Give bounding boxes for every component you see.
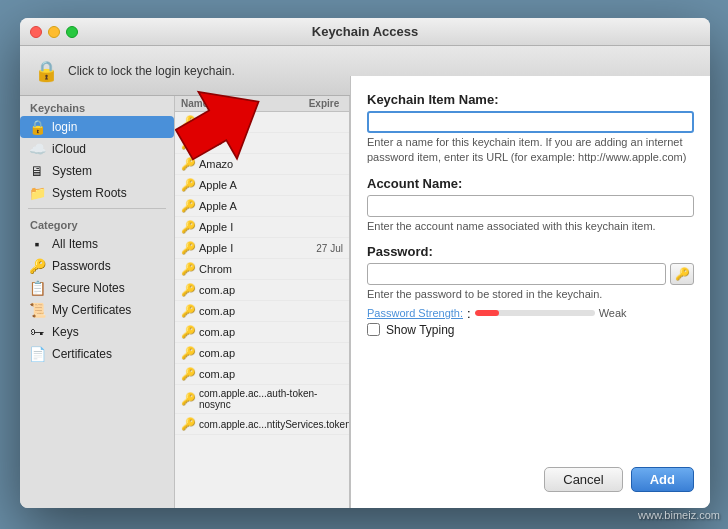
- item-name: Apple I: [199, 242, 233, 254]
- sidebar-item-certificates-label: My Certificates: [52, 303, 131, 317]
- cancel-button[interactable]: Cancel: [544, 467, 622, 492]
- login-icon: 🔒: [28, 119, 46, 135]
- sidebar-item-login-label: login: [52, 120, 77, 134]
- password-field-group: Password: 🔑 Enter the password to be sto…: [367, 244, 694, 336]
- sidebar-item-all-label: All Items: [52, 237, 98, 251]
- strength-bar: [475, 310, 595, 316]
- secure-notes-icon: 📋: [28, 280, 46, 296]
- keys-icon: 🗝: [28, 324, 46, 340]
- sidebar-item-icloud[interactable]: ☁️ iCloud: [20, 138, 174, 160]
- list-item[interactable]: 🔑 com.ap: [175, 364, 349, 385]
- list-item[interactable]: 🔑 com.apple.ac...auth-token-nosync: [175, 385, 349, 414]
- sidebar-item-system-roots[interactable]: 📁 System Roots: [20, 182, 174, 204]
- password-row: 🔑: [367, 263, 694, 285]
- sidebar-item-keys-label: Keys: [52, 325, 79, 339]
- item-name: Apple A: [199, 179, 237, 191]
- list-item[interactable]: 🔑 com.ap: [175, 280, 349, 301]
- list-item[interactable]: 🔑 Apple I: [175, 217, 349, 238]
- item-name: Chrom: [199, 263, 232, 275]
- lock-icon: 🔒: [32, 57, 60, 85]
- item-icon: 🔑: [181, 346, 195, 360]
- item-name: com.ap: [199, 326, 235, 338]
- sidebar-item-system[interactable]: 🖥 System: [20, 160, 174, 182]
- list-item[interactable]: 🔑 com.apple.ac...ntityServices.token.: [175, 414, 349, 435]
- item-icon: 🔑: [181, 262, 195, 276]
- sidebar-item-certs[interactable]: 📄 Certificates: [20, 343, 174, 365]
- sidebar-item-system-roots-label: System Roots: [52, 186, 127, 200]
- list-item[interactable]: 🔑 com.ap: [175, 322, 349, 343]
- sidebar-item-certificates[interactable]: 📜 My Certificates: [20, 299, 174, 321]
- item-icon: 🔑: [181, 199, 195, 213]
- sidebar-item-secure-notes[interactable]: 📋 Secure Notes: [20, 277, 174, 299]
- list-item[interactable]: 🔑 Apple A: [175, 196, 349, 217]
- name-input[interactable]: [367, 111, 694, 133]
- show-typing-checkbox[interactable]: [367, 323, 380, 336]
- name-field-group: Keychain Item Name: Enter a name for thi…: [367, 92, 694, 166]
- minimize-button[interactable]: [48, 26, 60, 38]
- maximize-button[interactable]: [66, 26, 78, 38]
- item-icon: 🔑: [181, 392, 195, 406]
- sidebar-item-system-label: System: [52, 164, 92, 178]
- title-bar: Keychain Access: [20, 18, 710, 46]
- all-icon: ▪: [28, 236, 46, 252]
- password-input[interactable]: [367, 263, 666, 285]
- category-label: Category: [20, 213, 174, 233]
- dialog-panel: Keychain Item Name: Enter a name for thi…: [350, 76, 710, 508]
- item-icon: 🔑: [181, 283, 195, 297]
- item-icon: 🔑: [181, 220, 195, 234]
- my-certs-icon: 📜: [28, 302, 46, 318]
- lock-label: Click to lock the login keychain.: [68, 64, 235, 78]
- account-input[interactable]: [367, 195, 694, 217]
- sidebar-item-all[interactable]: ▪ All Items: [20, 233, 174, 255]
- list-item[interactable]: 🔑 Apple A: [175, 175, 349, 196]
- item-name: com.ap: [199, 305, 235, 317]
- strength-row: Password Strength: : Weak: [367, 306, 694, 321]
- list-item[interactable]: 🔑 Chrom: [175, 259, 349, 280]
- item-name: com.ap: [199, 368, 235, 380]
- item-name: com.apple.ac...auth-token-nosync: [199, 388, 343, 410]
- account-field-label: Account Name:: [367, 176, 694, 191]
- certs-icon: 📄: [28, 346, 46, 362]
- item-name: com.apple.ac...ntityServices.token.: [199, 419, 350, 430]
- item-name: Amazo: [199, 158, 233, 170]
- sidebar-item-secure-notes-label: Secure Notes: [52, 281, 125, 295]
- reveal-icon: 🔑: [675, 267, 690, 281]
- item-icon: 🔑: [181, 136, 195, 150]
- item-name: com.ap: [199, 284, 235, 296]
- strength-colon: :: [467, 306, 471, 321]
- watermark: www.bimeiz.com: [638, 509, 720, 521]
- list-item[interactable]: 🔑 com.ap: [175, 301, 349, 322]
- item-icon: 🔑: [181, 178, 195, 192]
- icloud-icon: ☁️: [28, 141, 46, 157]
- password-field-hint: Enter the password to be stored in the k…: [367, 287, 694, 302]
- reveal-password-button[interactable]: 🔑: [670, 263, 694, 285]
- keychains-label: Keychains: [20, 96, 174, 116]
- mac-window: Keychain Access 🔒 Click to lock the logi…: [20, 18, 710, 508]
- list-item[interactable]: 🔑 com.ap: [175, 343, 349, 364]
- item-icon: 🔑: [181, 115, 195, 129]
- strength-value: Weak: [599, 307, 627, 319]
- name-field-label: Keychain Item Name:: [367, 92, 694, 107]
- close-button[interactable]: [30, 26, 42, 38]
- list-item[interactable]: 🔑 Amazo: [175, 154, 349, 175]
- items-list: Name Expire 🔑 key> 🔑 key> 🔑 Amazo 🔑 Appl…: [175, 96, 350, 508]
- sidebar-item-login[interactable]: 🔒 login: [20, 116, 174, 138]
- system-icon: 🖥: [28, 163, 46, 179]
- strength-label[interactable]: Password Strength:: [367, 307, 463, 319]
- sidebar-item-keys[interactable]: 🗝 Keys: [20, 321, 174, 343]
- item-name: com.ap: [199, 347, 235, 359]
- watermark-text: www.bimeiz.com: [638, 509, 720, 521]
- list-item[interactable]: 🔑 key>: [175, 112, 349, 133]
- password-field-label: Password:: [367, 244, 694, 259]
- item-icon: 🔑: [181, 367, 195, 381]
- item-name: Apple I: [199, 221, 233, 233]
- add-button[interactable]: Add: [631, 467, 694, 492]
- sidebar-item-certs-label: Certificates: [52, 347, 112, 361]
- lock-area[interactable]: 🔒 Click to lock the login keychain.: [32, 57, 235, 85]
- dialog-buttons: Cancel Add: [367, 467, 694, 492]
- list-item[interactable]: 🔑 key>: [175, 133, 349, 154]
- item-name: key>: [199, 116, 223, 128]
- sidebar-item-passwords[interactable]: 🔑 Passwords: [20, 255, 174, 277]
- account-field-hint: Enter the account name associated with t…: [367, 219, 694, 234]
- list-item[interactable]: 🔑 Apple I 27 Jul: [175, 238, 349, 259]
